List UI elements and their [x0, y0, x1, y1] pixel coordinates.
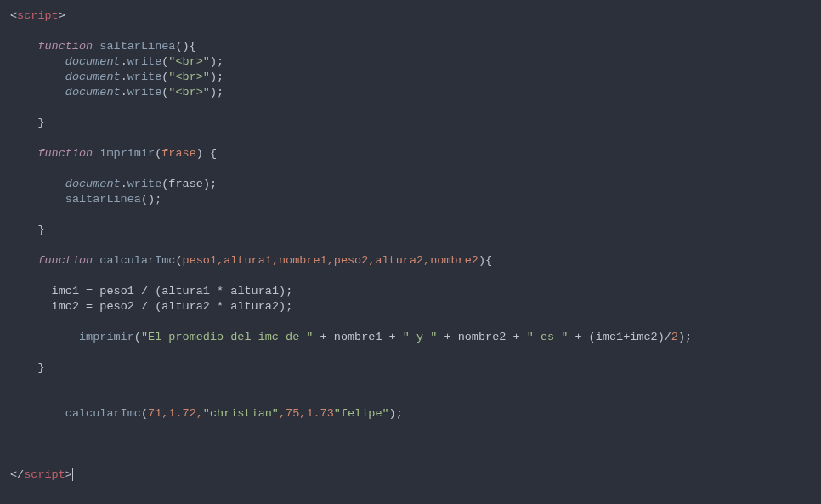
semi: ;	[286, 285, 292, 297]
paren: )	[279, 300, 286, 313]
tag-close-bracket: >	[59, 9, 65, 22]
op-plus: +	[382, 331, 403, 343]
var-imc2: imc2	[52, 300, 79, 313]
brace: {	[210, 147, 217, 160]
obj-document: document	[65, 71, 121, 83]
brace-close: }	[37, 361, 44, 374]
string-br: "<br>"	[168, 71, 210, 83]
var-altura2: altura2	[161, 300, 210, 313]
var-imc1: imc1	[596, 331, 623, 343]
call-imprimir: imprimir	[79, 331, 134, 343]
semi: ;	[217, 55, 224, 68]
dot: .	[121, 55, 127, 68]
brace: {	[485, 254, 492, 267]
paren: )	[183, 40, 190, 53]
var-imc2: imc2	[630, 331, 657, 343]
semi: ;	[217, 71, 224, 83]
semi: ;	[286, 300, 292, 313]
paren: )	[678, 331, 685, 343]
obj-document: document	[65, 86, 121, 99]
args-mid: ,75,1.73	[279, 407, 334, 420]
paren: )	[658, 331, 665, 343]
semi: ;	[155, 193, 161, 206]
semi: ;	[210, 178, 217, 190]
semi: ;	[685, 331, 692, 343]
op-eq: =	[79, 285, 99, 297]
paren: (	[175, 40, 182, 53]
paren: )	[478, 254, 485, 267]
paren: (	[141, 193, 148, 206]
tag-script-open: script	[17, 9, 59, 22]
op-div-inner: /	[665, 331, 671, 343]
op-plus: +	[506, 331, 526, 343]
tag-close-bracket: >	[65, 468, 72, 481]
fn-saltarLinea: saltarLinea	[99, 40, 175, 53]
tag-end-open: </	[10, 468, 24, 481]
op-plus: +	[437, 331, 457, 343]
tag-open-bracket: <	[10, 9, 17, 22]
paren: (	[141, 407, 148, 420]
var-altura1: altura1	[230, 285, 279, 297]
semi: ;	[217, 86, 224, 99]
fn-calcularImc: calcularImc	[99, 254, 175, 267]
string-y: " y "	[403, 331, 438, 343]
semi: ;	[396, 407, 403, 420]
dot: .	[121, 71, 127, 83]
var-nombre1: nombre1	[334, 331, 382, 343]
brace: {	[190, 40, 196, 53]
var-peso1: peso1	[99, 285, 134, 297]
method-write: write	[127, 86, 162, 99]
paren: )	[210, 86, 217, 99]
var-peso2: peso2	[99, 300, 134, 313]
string-promedio: "El promedio del imc de "	[141, 331, 314, 343]
string-christian: "christian"	[203, 407, 279, 420]
paren: (	[175, 254, 182, 267]
call-calcularImc: calcularImc	[65, 407, 141, 420]
string-br: "<br>"	[168, 55, 210, 68]
args-pre: 71,1.72,	[148, 407, 203, 420]
method-write: write	[127, 178, 162, 190]
brace-close: }	[37, 224, 44, 236]
fn-imprimir: imprimir	[99, 147, 155, 160]
paren: (	[589, 331, 596, 343]
method-write: write	[127, 71, 162, 83]
string-es: " es "	[527, 331, 569, 343]
paren: )	[210, 55, 217, 68]
call-saltarLinea: saltarLinea	[65, 193, 141, 206]
brace-close: }	[37, 116, 44, 129]
var-nombre2: nombre2	[458, 331, 507, 343]
op-star: *	[210, 285, 230, 297]
cursor-icon	[72, 468, 73, 481]
params-calc: peso1,altura1,nombre1,peso2,altura2,nomb…	[183, 254, 478, 267]
var-altura2: altura2	[230, 300, 279, 313]
dot: .	[121, 86, 127, 99]
keyword-function: function	[37, 147, 93, 160]
string-felipe: "felipe"	[334, 407, 389, 420]
tag-script-close: script	[24, 468, 65, 481]
var-imc1: imc1	[52, 285, 79, 297]
var-frase: frase	[168, 178, 203, 190]
op-star: *	[210, 300, 230, 313]
paren: )	[203, 178, 210, 190]
paren: (	[134, 331, 141, 343]
paren: )	[196, 147, 203, 160]
op-plus: +	[568, 331, 588, 343]
dot: .	[121, 178, 127, 190]
var-altura1: altura1	[161, 285, 210, 297]
num-2: 2	[671, 331, 678, 343]
paren: )	[210, 71, 217, 83]
op-plus: +	[313, 331, 333, 343]
keyword-function: function	[37, 254, 93, 267]
method-write: write	[127, 55, 162, 68]
param-frase: frase	[161, 147, 196, 160]
op-eq: =	[79, 300, 99, 313]
obj-document: document	[65, 55, 121, 68]
paren: )	[148, 193, 155, 206]
paren: )	[279, 285, 286, 297]
obj-document: document	[65, 178, 121, 190]
code-editor[interactable]: <script> function saltarLinea(){ documen…	[0, 8, 821, 483]
string-br: "<br>"	[168, 86, 210, 99]
keyword-function: function	[37, 40, 93, 53]
op-div: /	[134, 300, 155, 313]
op-div: /	[134, 285, 155, 297]
